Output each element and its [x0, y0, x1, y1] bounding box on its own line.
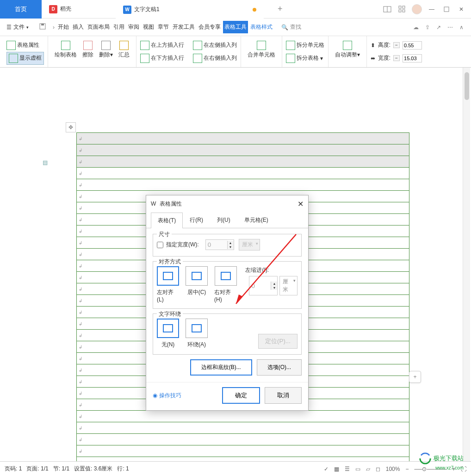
width-unit-combo: 厘米 [239, 239, 260, 251]
tab-insert[interactable]: 插入 [71, 21, 85, 33]
height-input[interactable] [403, 41, 422, 50]
tab-start[interactable]: 开始 [56, 21, 70, 33]
view-print-icon[interactable]: ▦ [334, 466, 339, 472]
svg-rect-3 [403, 6, 405, 8]
align-right-option[interactable]: 右对齐(H) [214, 266, 237, 303]
close-button[interactable]: ✕ [454, 2, 468, 16]
maximize-button[interactable] [440, 2, 453, 16]
cloud-icon[interactable]: ☁ [413, 24, 419, 31]
add-row-button[interactable]: + [409, 371, 421, 383]
hamburger-icon[interactable]: ☰ 文件 ▾ [3, 23, 32, 31]
spellcheck-icon[interactable]: ✓ [324, 466, 328, 472]
tab-member[interactable]: 会员专享 [197, 21, 222, 33]
insert-col-left[interactable]: 在左侧插入列 [193, 41, 237, 50]
draw-table-button[interactable]: 绘制表格 [52, 36, 80, 63]
show-gridlines-button[interactable]: 显示虚框 [6, 52, 44, 65]
more-icon[interactable]: ⋯ [447, 24, 453, 31]
tab-document[interactable]: W文字文稿1 [116, 0, 264, 19]
summary-button[interactable]: 汇总 [116, 36, 132, 63]
eraser-button[interactable]: 擦除 [80, 36, 96, 63]
height-dec[interactable]: − [393, 42, 400, 48]
cancel-button[interactable]: 取消 [265, 387, 302, 404]
search-button[interactable]: 🔍 查找 [281, 23, 301, 31]
merge-cells-button[interactable]: 合并单元格 [245, 36, 278, 63]
svg-rect-2 [399, 6, 401, 8]
specify-width-label: 指定宽度(W): [166, 241, 199, 249]
tab-docer[interactable]: D稻壳 [42, 0, 116, 19]
dlg-tab-row[interactable]: 行(R) [183, 212, 210, 228]
tab-view[interactable]: 视图 [142, 21, 155, 33]
plus-icon: + [271, 4, 289, 14]
dlg-tab-cell[interactable]: 单元格(E) [237, 212, 275, 228]
table-move-handle[interactable]: ✥ [66, 122, 76, 132]
indent-unit-combo[interactable]: 厘米 [279, 276, 297, 295]
wrap-around-option[interactable]: 环绕(A) [186, 319, 208, 349]
wrap-none-option[interactable]: 无(N) [157, 319, 179, 349]
collapse-icon[interactable]: ∧ [459, 24, 464, 31]
options-button[interactable]: 选项(O)... [257, 359, 302, 376]
indent-input[interactable] [249, 281, 271, 291]
dialog-close-button[interactable]: ✕ [297, 200, 304, 208]
dlg-tab-col[interactable]: 列(U) [210, 212, 237, 228]
indent-down[interactable]: ▾ [271, 286, 277, 290]
width-input[interactable] [403, 54, 422, 63]
tab-tabletools[interactable]: 表格工具 [223, 21, 248, 33]
focus-icon[interactable]: ◻ [376, 466, 380, 472]
delete-button[interactable]: 删除▾ [96, 36, 116, 63]
height-label: 高度: [378, 41, 390, 49]
zoom-out-button[interactable]: − [405, 466, 409, 472]
tab-reference[interactable]: 引用 [112, 21, 126, 33]
align-left-option[interactable]: 左对齐(L) [157, 266, 179, 303]
wrap-legend: 文字环绕 [157, 310, 183, 318]
read-mode-icon[interactable]: ▱ [366, 466, 370, 472]
status-line: 行: 1 [117, 465, 129, 473]
height-icon: ⬍ [371, 42, 375, 49]
wps-doc-icon: W [123, 6, 131, 14]
dialog-title: 表格属性 [160, 200, 182, 208]
zoom-level[interactable]: 100% [386, 466, 400, 472]
tab-chapter[interactable]: 章节 [156, 21, 170, 33]
tab-home[interactable]: 首页 [0, 0, 42, 19]
export-icon[interactable]: ↗ [436, 24, 441, 31]
tips-link[interactable]: ◉操作技巧 [153, 392, 181, 400]
new-tab-button[interactable]: + [264, 0, 297, 19]
view-web-icon[interactable]: ▭ [355, 466, 360, 472]
align-center-option[interactable]: 居中(C) [186, 266, 208, 296]
avatar[interactable] [410, 2, 424, 16]
grid-apps-icon[interactable] [395, 2, 409, 16]
border-shading-button[interactable]: 边框和底纹(B)... [190, 359, 252, 376]
unsaved-dot-icon [253, 8, 256, 12]
width-dec[interactable]: − [393, 55, 400, 61]
insert-row-below[interactable]: 在下方插入行 [140, 54, 184, 63]
split-cell-icon [286, 41, 295, 50]
specify-width-checkbox[interactable] [157, 242, 163, 248]
dlg-tab-table[interactable]: 表格(T) [151, 213, 183, 228]
ok-button[interactable]: 确定 [222, 387, 260, 404]
status-page: 页码: 1 [5, 465, 22, 473]
vertical-scrollbar[interactable] [463, 68, 470, 470]
insert-col-right[interactable]: 在右侧插入列 [193, 54, 237, 63]
autofit-button[interactable]: 自动调整▾ [332, 36, 363, 63]
share-icon[interactable]: ⇪ [425, 24, 430, 31]
summary-icon [119, 41, 129, 50]
svg-rect-5 [403, 10, 405, 12]
indent-label: 左缩进(I): [245, 266, 297, 274]
overflow-icon[interactable]: › [53, 24, 55, 31]
delete-icon [101, 41, 111, 50]
svg-rect-6 [444, 7, 449, 12]
tab-review[interactable]: 审阅 [127, 21, 141, 33]
split-table-button[interactable]: 拆分表格▾ [286, 52, 324, 65]
minimize-button[interactable]: — [425, 2, 439, 16]
split-cells-button[interactable]: 拆分单元格 [286, 39, 324, 52]
insert-row-above[interactable]: 在上方插入行 [140, 41, 184, 50]
indent-up[interactable]: ▴ [271, 282, 277, 286]
tab-tablestyle[interactable]: 表格样式 [249, 21, 274, 33]
view-outline-icon[interactable]: ☰ [345, 466, 350, 472]
layout1-icon[interactable] [380, 2, 394, 16]
table-properties-button[interactable]: 表格属性 [6, 39, 44, 52]
tab-devtools[interactable]: 开发工具 [171, 21, 196, 33]
tab-pagelayout[interactable]: 页面布局 [86, 21, 111, 33]
save-icon[interactable] [34, 23, 51, 31]
side-panel-icon[interactable]: ▤ [43, 159, 48, 166]
col-right-icon [193, 54, 202, 63]
